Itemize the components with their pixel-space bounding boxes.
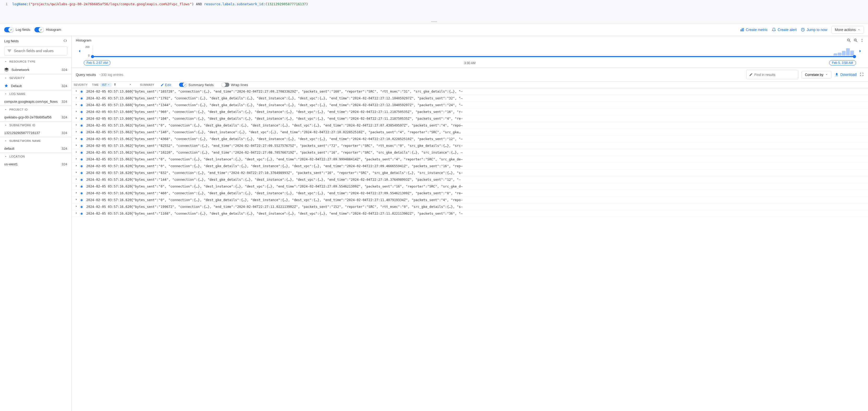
expand-row-icon[interactable] — [74, 110, 79, 114]
facet-item[interactable]: qwiklabs-gcp-00-2e76b685af56324 — [0, 113, 71, 121]
log-row[interactable]: ✱2024-02-05 03:57:15.062{"bytes_sent":"1… — [72, 129, 868, 136]
expand-row-icon[interactable] — [74, 130, 79, 134]
editor-resize-handle[interactable] — [431, 21, 437, 22]
jump-to-now-button[interactable]: Jump to now — [801, 28, 827, 32]
expand-vertical-icon[interactable] — [860, 38, 864, 43]
log-row[interactable]: ✱2024-02-05 03:57:16.620{"bytes_sent":"0… — [72, 183, 868, 190]
facet-header[interactable]: PROJECT ID — [0, 106, 71, 113]
histogram-end-pill[interactable]: Feb 5, 3:58 AM — [829, 60, 856, 65]
query-val-logname: "projects/qwiklabs-gcp-00-2e76b685af56/l… — [31, 2, 192, 6]
log-timestamp: 2024-02-05 03:57:13.660 — [84, 117, 131, 120]
log-row[interactable]: ✱2024-02-05 03:57:16.620{"bytes_sent":"8… — [72, 170, 868, 176]
create-metric-button[interactable]: Create metric — [740, 28, 768, 32]
facet-header[interactable]: SUBNETWORK NAME — [0, 137, 71, 145]
create-alert-button[interactable]: Create alert — [772, 28, 797, 32]
column-time[interactable]: TIME IST — [92, 83, 132, 87]
expand-row-icon[interactable] — [74, 205, 79, 209]
facet-header[interactable]: LOG NAME — [0, 90, 71, 97]
facet-header[interactable]: RESOURCE TYPE — [0, 58, 71, 65]
expand-row-icon[interactable] — [74, 89, 79, 93]
histogram-y-axis: 2000 — [85, 46, 90, 57]
correlate-by-button[interactable]: Correlate by — [802, 71, 832, 79]
facet-item[interactable]: compute.googleapis.com/vpc_flows324 — [0, 97, 71, 106]
expand-row-icon[interactable] — [74, 164, 79, 168]
sort-asc-icon[interactable] — [113, 83, 117, 87]
zoom-in-icon[interactable] — [854, 38, 858, 43]
query-text[interactable]: logName:("projects/qwiklabs-gcp-00-2e76b… — [9, 0, 868, 23]
zoom-out-icon[interactable] — [847, 38, 851, 43]
download-button[interactable]: Download — [835, 72, 857, 77]
summary-fields-toggle[interactable]: Summary fields — [179, 83, 214, 87]
log-row[interactable]: ✱2024-02-05 03:57:13.660{"bytes_sent":"9… — [72, 109, 868, 115]
histogram-start-pill[interactable]: Feb 5, 2:57 AM — [84, 60, 111, 65]
histogram-prev-button[interactable] — [76, 48, 83, 56]
expand-row-icon[interactable] — [74, 157, 79, 161]
expand-row-icon[interactable] — [74, 198, 79, 202]
log-row[interactable]: ✱2024-02-05 03:57:15.062{"bytes_sent":"8… — [72, 142, 868, 149]
histogram-bars — [834, 48, 854, 56]
expand-row-icon[interactable] — [74, 103, 79, 107]
log-fields-toggle[interactable]: Log fields — [4, 27, 30, 32]
log-row[interactable]: ✱2024-02-05 03:57:15.062{"bytes_sent":"0… — [72, 156, 868, 163]
expand-row-icon[interactable] — [74, 144, 79, 148]
facet-item[interactable]: Default324 — [0, 82, 71, 90]
facet-header[interactable]: SUBNETWORK ID — [0, 121, 71, 129]
expand-row-icon[interactable] — [74, 184, 79, 188]
facet-item[interactable]: Subnetwork324 — [0, 65, 71, 74]
log-summary: {"bytes_sent":"0", "connection":{…}, "de… — [131, 164, 866, 168]
time-dropdown-icon[interactable] — [129, 83, 132, 87]
log-timestamp: 2024-02-05 03:57:13.660 — [84, 103, 131, 107]
find-in-results-input[interactable] — [754, 73, 798, 77]
timezone-chip[interactable]: IST — [100, 83, 112, 87]
expand-row-icon[interactable] — [74, 96, 79, 100]
log-row[interactable]: ✱2024-02-05 03:57:16.620{"bytes_sent":"4… — [72, 190, 868, 197]
facet-item[interactable]: default324 — [0, 145, 71, 152]
edit-button[interactable]: Edit — [161, 83, 171, 87]
expand-row-icon[interactable] — [74, 171, 79, 175]
histogram-start-handle[interactable] — [91, 55, 94, 58]
log-row[interactable]: ✱2024-02-05 03:57:15.062{"bytes_sent":"4… — [72, 136, 868, 142]
log-row[interactable]: ✱2024-02-05 03:57:15.062{"bytes_sent":"1… — [72, 149, 868, 156]
log-row[interactable]: ✱2024-02-05 03:57:16.620{"bytes_sent":"0… — [72, 197, 868, 203]
facet-header[interactable]: LOCATION — [0, 153, 71, 160]
sidebar-search-input[interactable] — [14, 49, 64, 53]
expand-results-icon[interactable] — [860, 72, 864, 77]
sidebar-search[interactable] — [4, 46, 67, 56]
histogram-toggle[interactable]: Histogram — [34, 27, 61, 32]
log-row[interactable]: ✱2024-02-05 03:57:16.620{"bytes_sent":"1… — [72, 210, 868, 217]
find-in-results[interactable] — [746, 70, 798, 79]
column-summary[interactable]: SUMMARY — [140, 84, 154, 86]
expand-row-icon[interactable] — [74, 117, 79, 120]
facet-item[interactable]: 1321292905877716137324 — [0, 129, 71, 137]
expand-row-icon[interactable] — [74, 191, 79, 195]
log-row[interactable]: ✱2024-02-05 03:57:16.620{"bytes_sent":"0… — [72, 163, 868, 170]
wrap-lines-toggle[interactable]: Wrap lines — [222, 83, 248, 87]
log-row[interactable]: ✱2024-02-05 03:57:13.660{"bytes_sent":"1… — [72, 88, 868, 95]
expand-row-icon[interactable] — [74, 123, 79, 127]
expand-row-icon[interactable] — [74, 211, 79, 215]
log-row[interactable]: ✱2024-02-05 03:57:16.620{"bytes_sent":"1… — [72, 176, 868, 183]
facet-label: qwiklabs-gcp-00-2e76b685af56 — [4, 115, 51, 119]
log-row[interactable]: ✱2024-02-05 03:57:13.660{"bytes_sent":"1… — [72, 115, 868, 122]
expand-row-icon[interactable] — [74, 178, 79, 181]
histogram-bar — [846, 48, 850, 56]
sidebar-expand-icon[interactable] — [63, 38, 67, 43]
log-rows-container[interactable]: ✱2024-02-05 03:57:13.660{"bytes_sent":"1… — [72, 88, 868, 411]
log-row[interactable]: ✱2024-02-05 03:57:15.062{"bytes_sent":"0… — [72, 122, 868, 129]
column-severity[interactable]: SEVERITY — [74, 84, 89, 86]
log-row[interactable]: ✱2024-02-05 03:57:13.660{"bytes_sent":"1… — [72, 95, 868, 102]
log-row[interactable]: ✱2024-02-05 03:57:16.620{"bytes_sent":"1… — [72, 203, 868, 210]
histogram-track[interactable] — [92, 46, 855, 57]
query-editor[interactable]: 1 logName:("projects/qwiklabs-gcp-00-2e7… — [0, 0, 868, 24]
expand-row-icon[interactable] — [74, 150, 79, 154]
severity-default-icon — [4, 84, 8, 88]
histogram-end-handle[interactable] — [853, 55, 856, 58]
facet-header[interactable]: SEVERITY — [0, 74, 71, 82]
query-key-logname: logName — [12, 2, 27, 6]
histogram-next-button[interactable] — [857, 48, 864, 56]
facet-item[interactable]: us-west1324 — [0, 160, 71, 168]
log-row[interactable]: ✱2024-02-05 03:57:13.660{"bytes_sent":"1… — [72, 102, 868, 109]
more-actions-button[interactable]: More actions — [832, 26, 864, 34]
log-timestamp: 2024-02-05 03:57:16.620 — [84, 164, 131, 168]
expand-row-icon[interactable] — [74, 137, 79, 141]
